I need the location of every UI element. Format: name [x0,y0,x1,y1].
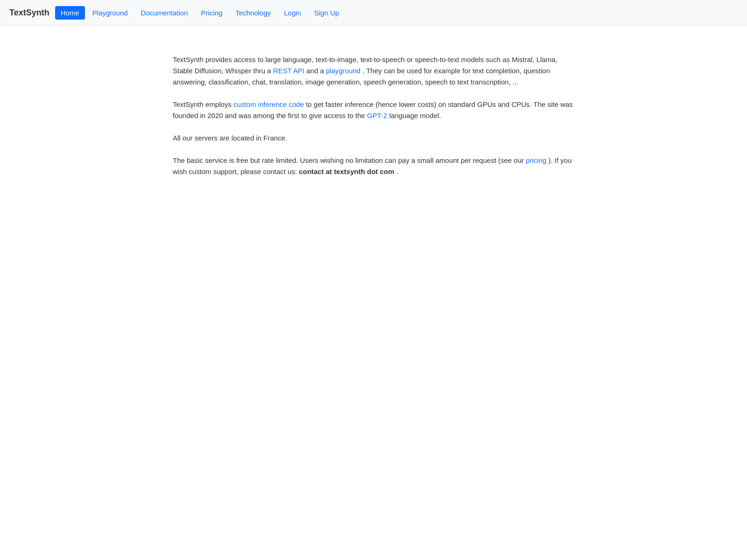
nav-item-documentation[interactable]: Documentation [135,6,194,20]
paragraph-1: TextSynth provides access to large langu… [173,54,574,88]
paragraph4-text-before: The basic service is free but rate limit… [173,156,526,164]
nav-item-pricing[interactable]: Pricing [196,6,228,20]
paragraph-4: The basic service is free but rate limit… [173,155,574,177]
custom-inference-link[interactable]: custom inference code [233,100,304,108]
paragraph1-text-between: and a [306,67,326,75]
gpt2-link[interactable]: GPT-2 [367,112,387,119]
paragraph4-text-after: . [396,168,398,175]
rest-api-link[interactable]: REST API [273,67,304,75]
playground-link[interactable]: playground [326,67,360,75]
paragraph2-text-before: TextSynth employs [173,100,233,108]
pricing-link[interactable]: pricing [526,156,546,164]
nav-brand[interactable]: TextSynth [9,8,49,18]
paragraph-3: All our servers are located in France. [173,133,574,144]
nav-item-signup[interactable]: Sign Up [309,6,345,20]
nav-item-home[interactable]: Home [55,6,85,20]
paragraph-2: TextSynth employs custom inference code … [173,99,574,121]
nav-item-playground[interactable]: Playground [87,6,134,20]
contact-bold: contact at textsynth dot com [299,168,394,175]
paragraph2-text-after: language model. [389,112,441,119]
navbar: TextSynth Home Playground Documentation … [0,0,747,26]
nav-item-login[interactable]: Login [278,6,307,20]
main-content: TextSynth provides access to large langu… [163,26,584,207]
nav-item-technology[interactable]: Technology [230,6,276,20]
